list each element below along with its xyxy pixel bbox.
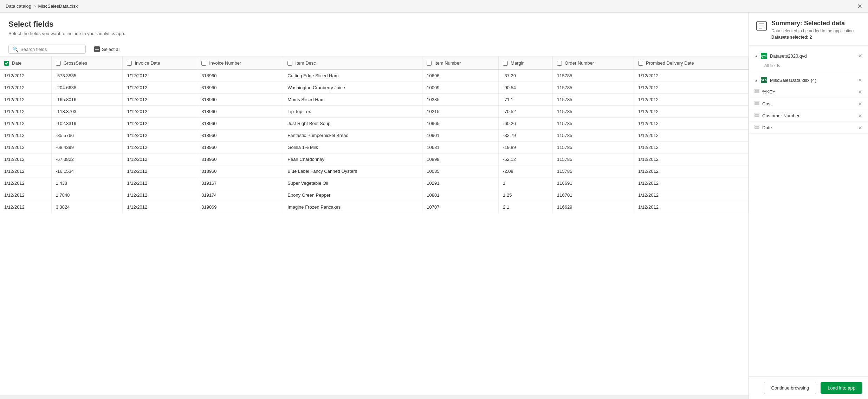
checkbox-invoicedate[interactable] — [127, 61, 132, 66]
field-db-icon — [754, 89, 759, 95]
field-item-left: Date — [754, 125, 772, 131]
dataset2-remove-button[interactable]: ✕ — [858, 77, 862, 83]
table-row: 1/12/2012 -68.4399 1/12/2012 318960 Gori… — [0, 142, 749, 153]
col-header-invoicenumber: Invoice Number — [197, 57, 283, 70]
cell-ordernumber: 115785 — [553, 82, 634, 94]
cell-margin: -19.89 — [499, 142, 553, 153]
cell-date: 1/12/2012 — [0, 94, 51, 106]
cell-itemdesc: Blue Label Fancy Canned Oysters — [283, 165, 422, 177]
table-row: 1/12/2012 -67.3822 1/12/2012 318960 Pear… — [0, 153, 749, 165]
search-input[interactable] — [20, 47, 82, 52]
cell-ordernumber: 115785 — [553, 70, 634, 82]
horizontal-scrollbar[interactable] — [0, 395, 749, 399]
field-name: Customer Number — [762, 113, 799, 118]
select-all-icon — [94, 46, 100, 52]
cell-grosssales: -68.4399 — [51, 142, 123, 153]
cell-promiseddelivery: 1/12/2012 — [634, 70, 749, 82]
breadcrumb-separator: > — [33, 4, 36, 9]
summary-subtitle: Data selected to be added to the applica… — [771, 28, 855, 33]
cell-margin: -70.52 — [499, 106, 553, 118]
col-header-invoicedate: Invoice Date — [123, 57, 197, 70]
cell-invoicenumber: 318960 — [197, 165, 283, 177]
search-box[interactable]: 🔍 — [8, 45, 86, 54]
cell-itemdesc: Imagine Frozen Pancakes — [283, 201, 422, 213]
load-into-app-button[interactable]: Load into app — [821, 382, 862, 394]
select-all-button[interactable]: Select all — [91, 45, 123, 53]
cell-margin: 1 — [499, 177, 553, 189]
cell-itemnumber: 10035 — [422, 165, 499, 177]
cell-grosssales: -67.3822 — [51, 153, 123, 165]
close-button[interactable]: ✕ — [857, 2, 862, 10]
field-remove-button[interactable]: ✕ — [858, 113, 862, 119]
collapse-icon-2: ▲ — [754, 78, 758, 82]
cell-invoicedate: 1/12/2012 — [123, 82, 197, 94]
field-name: %KEY — [762, 89, 776, 94]
dataset2-name: MiscSalesData.xlsx (4) — [770, 78, 816, 83]
cell-itemnumber: 10291 — [422, 177, 499, 189]
cell-ordernumber: 115785 — [553, 165, 634, 177]
checkbox-date[interactable] — [4, 61, 9, 66]
summary-header: Summary: Selected data Data selected to … — [749, 13, 868, 46]
checkbox-itemnumber[interactable] — [427, 61, 432, 66]
checkbox-margin[interactable] — [503, 61, 508, 66]
cell-ordernumber: 115785 — [553, 130, 634, 142]
field-remove-button[interactable]: ✕ — [858, 101, 862, 107]
cell-invoicedate: 1/12/2012 — [123, 94, 197, 106]
cell-date: 1/12/2012 — [0, 177, 51, 189]
cell-invoicenumber: 318960 — [197, 118, 283, 130]
cell-promiseddelivery: 1/12/2012 — [634, 165, 749, 177]
cell-itemnumber: 10696 — [422, 70, 499, 82]
cell-margin: -52.12 — [499, 153, 553, 165]
cell-invoicenumber: 318960 — [197, 70, 283, 82]
cell-invoicenumber: 319174 — [197, 189, 283, 201]
table-row: 1/12/2012 1.438 1/12/2012 319167 Super V… — [0, 177, 749, 189]
table-row: 1/12/2012 -165.8016 1/12/2012 318960 Mom… — [0, 94, 749, 106]
checkbox-itemdesc[interactable] — [287, 61, 292, 66]
field-remove-button[interactable]: ✕ — [858, 89, 862, 95]
cell-invoicedate: 1/12/2012 — [123, 142, 197, 153]
cell-promiseddelivery: 1/12/2012 — [634, 177, 749, 189]
col-header-itemdesc: Item Desc — [283, 57, 422, 70]
cell-promiseddelivery: 1/12/2012 — [634, 130, 749, 142]
search-icon: 🔍 — [12, 46, 18, 52]
checkbox-ordernumber[interactable] — [557, 61, 562, 66]
checkbox-grosssales[interactable] — [56, 61, 61, 66]
cell-itemdesc: Just Right Beef Soup — [283, 118, 422, 130]
cell-date: 1/12/2012 — [0, 153, 51, 165]
continue-browsing-button[interactable]: Continue browsing — [764, 382, 817, 394]
top-bar: Data catalog > MiscSalesData.xlsx ✕ — [0, 0, 868, 13]
cell-margin: -71.1 — [499, 94, 553, 106]
summary-body: ▲ QVD Datasets2020.qvd ✕ All fields ▲ XL… — [749, 46, 868, 377]
cell-itemnumber: 10707 — [422, 201, 499, 213]
cell-promiseddelivery: 1/12/2012 — [634, 142, 749, 153]
right-panel: Summary: Selected data Data selected to … — [749, 13, 868, 399]
dataset1-remove-button[interactable]: ✕ — [858, 53, 862, 59]
breadcrumb-datacatalog[interactable]: Data catalog — [6, 4, 31, 9]
dataset2-fields: %KEY ✕ Cost ✕ — [749, 86, 868, 134]
page-header: Select fields Select the fields you want… — [0, 13, 749, 42]
cell-date: 1/12/2012 — [0, 201, 51, 213]
cell-itemdesc: Pearl Chardonnay — [283, 153, 422, 165]
dataset2-header[interactable]: ▲ XLS MiscSalesData.xlsx (4) ✕ — [749, 74, 868, 86]
col-header-ordernumber: Order Number — [553, 57, 634, 70]
svg-rect-5 — [755, 91, 759, 93]
dataset1-header[interactable]: ▲ QVD Datasets2020.qvd ✕ — [749, 50, 868, 62]
cell-grosssales: 1.7848 — [51, 189, 123, 201]
cell-margin: -60.26 — [499, 118, 553, 130]
cell-invoicenumber: 318960 — [197, 153, 283, 165]
cell-invoicedate: 1/12/2012 — [123, 201, 197, 213]
checkbox-promiseddelivery[interactable] — [638, 61, 643, 66]
cell-invoicenumber: 319167 — [197, 177, 283, 189]
field-remove-button[interactable]: ✕ — [858, 125, 862, 131]
cell-ordernumber: 116691 — [553, 177, 634, 189]
cell-margin: 2.1 — [499, 201, 553, 213]
checkbox-invoicenumber[interactable] — [201, 61, 206, 66]
table-row: 1/12/2012 3.3824 1/12/2012 319069 Imagin… — [0, 201, 749, 213]
datasets-count: Datasets selected: 2 — [771, 35, 855, 40]
table-row: 1/12/2012 -118.3703 1/12/2012 318960 Tip… — [0, 106, 749, 118]
field-item: %KEY ✕ — [749, 86, 868, 98]
summary-icon — [756, 20, 767, 34]
table-row: 1/12/2012 -85.5766 1/12/2012 318960 Fant… — [0, 130, 749, 142]
cell-itemdesc: Super Vegetable Oil — [283, 177, 422, 189]
table-row: 1/12/2012 -102.3319 1/12/2012 318960 Jus… — [0, 118, 749, 130]
